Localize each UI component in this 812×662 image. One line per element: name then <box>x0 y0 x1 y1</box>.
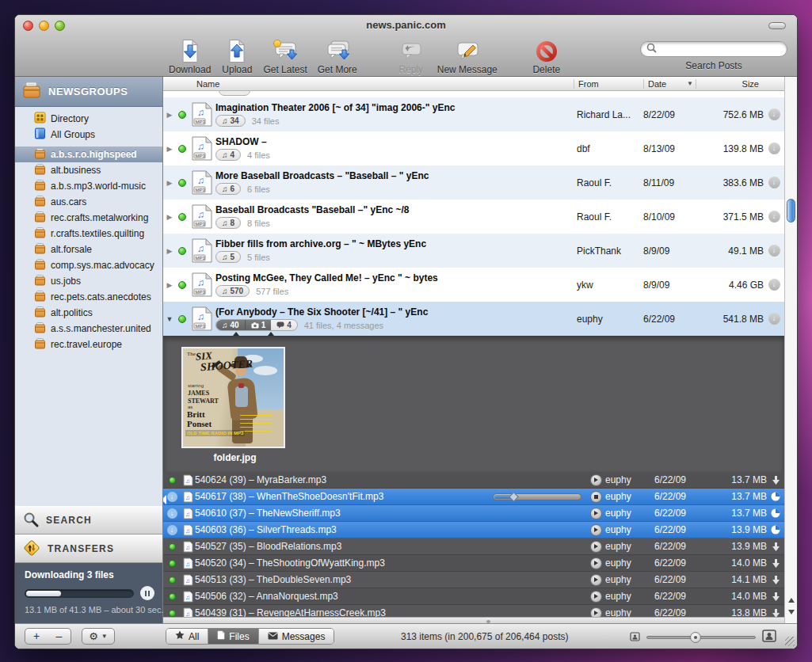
column-header-from[interactable]: From <box>574 79 643 89</box>
pause-transfers-button[interactable] <box>140 586 154 600</box>
play-button[interactable] <box>590 607 602 618</box>
post-row-selected[interactable]: ▼ ♫MP3 (For Anybody – The Six Shooter [~… <box>163 302 784 336</box>
play-button[interactable] <box>590 474 602 486</box>
sidebar-group-item[interactable]: alt.forsale <box>15 242 162 257</box>
file-row[interactable]: ♫ 540527 (35) – BloodRelations.mp3 euphy… <box>163 538 784 555</box>
remove-button[interactable]: – <box>48 628 71 645</box>
play-button[interactable] <box>590 541 602 553</box>
post-row[interactable]: ▶ ♫MP3 More Baseball Broadcasts – "Baseb… <box>163 166 784 200</box>
download-post-button[interactable]: ↓ <box>768 177 780 188</box>
download-post-button[interactable]: ↓ <box>768 313 780 325</box>
play-button[interactable] <box>590 574 602 586</box>
sidebar-group-item[interactable]: a.s.s.manchester.united <box>15 321 162 337</box>
svg-text:MP3: MP3 <box>196 188 206 192</box>
disclosure-triangle-icon[interactable]: ▼ <box>163 315 176 323</box>
titlebar[interactable]: news.panic.com <box>15 15 797 36</box>
download-post-button[interactable]: ↓ <box>768 108 780 120</box>
sidebar-group-item[interactable]: r.crafts.textiles.quilting <box>15 226 162 242</box>
disclosure-triangle-icon[interactable]: ▶ <box>163 111 176 119</box>
search-header-label: SEARCH <box>46 515 92 526</box>
column-header-date[interactable]: Date ▼ <box>643 79 696 89</box>
scroll-up-button[interactable] <box>785 598 797 603</box>
zoom-window-button[interactable] <box>55 21 65 31</box>
get-latest-button[interactable]: Get Latest <box>263 38 307 75</box>
slider-thumb[interactable] <box>509 492 519 502</box>
column-header-size[interactable]: Size <box>696 79 764 89</box>
download-post-button[interactable]: ↓ <box>768 143 780 154</box>
scrollbar-thumb[interactable] <box>787 199 795 223</box>
post-row[interactable]: ▶ ♫MP3 SHADOW – ♫ 4 4 files dbf 8/13/09 … <box>163 131 784 166</box>
newsgroups-section-header[interactable]: NEWSGROUPS <box>15 77 162 107</box>
search-section-header[interactable]: SEARCH <box>15 506 162 535</box>
disclosure-triangle-icon[interactable]: ▶ <box>163 213 176 221</box>
column-header-name[interactable]: Name <box>163 79 574 89</box>
sidebar-group-item[interactable]: rec.pets.cats.anecdotes <box>15 289 162 305</box>
delete-button[interactable]: Delete <box>531 38 562 75</box>
post-from: dbf <box>574 143 643 154</box>
get-more-button[interactable]: Get More <box>318 38 357 75</box>
new-status-dot <box>178 247 186 255</box>
action-menu-button[interactable]: ⚙ ▼ <box>82 628 115 645</box>
download-post-button[interactable]: ↓ <box>768 245 780 257</box>
playback-slider[interactable] <box>493 493 581 500</box>
disclosure-triangle-icon[interactable]: ▶ <box>163 179 176 187</box>
download-post-button[interactable]: ↓ <box>768 279 780 291</box>
filter-messages-button[interactable]: Messages <box>258 629 334 644</box>
vertical-scrollbar[interactable] <box>784 77 797 623</box>
upload-button[interactable]: Upload <box>221 38 253 75</box>
sidebar-group-item[interactable]: aus.cars <box>15 194 162 210</box>
file-row-queued[interactable]: ↓ ♫ 540610 (37) – TheNewSheriff.mp3 euph… <box>163 505 784 522</box>
file-row[interactable]: ♫ 540624 (39) – MyraBarker.mp3 euphy 6/2… <box>163 472 784 489</box>
post-row[interactable]: ▶ ♫MP3 Fibber fills from archive.org – "… <box>163 234 784 268</box>
post-row[interactable]: ▶ ♫MP3 Baseball Broadcasts "Baseball –" … <box>163 200 784 234</box>
minimize-window-button[interactable] <box>39 21 49 31</box>
zoom-slider[interactable] <box>646 636 756 639</box>
file-row[interactable]: ♫ 540513 (33) – TheDoubleSeven.mp3 euphy… <box>163 572 784 588</box>
filter-files-button[interactable]: Files <box>208 629 257 644</box>
sidebar-group-item[interactable]: alt.politics <box>15 305 162 321</box>
post-row[interactable]: ▶ ♫MP3 Imagination Theater 2006 [~ of 34… <box>163 97 784 131</box>
file-row-queued[interactable]: ↓ ♫ 540603 (36) – SilverThreads.mp3 euph… <box>163 522 784 538</box>
filter-all-button[interactable]: All <box>166 629 208 644</box>
play-button[interactable] <box>590 508 602 519</box>
disclosure-triangle-icon[interactable]: ▶ <box>163 145 176 153</box>
add-button[interactable]: + <box>25 628 48 645</box>
sidebar-group-item-selected[interactable]: a.b.s.r.o.highspeed <box>15 146 162 162</box>
play-button[interactable] <box>590 591 602 603</box>
sidebar-group-item[interactable]: rec.crafts.metalworking <box>15 210 162 226</box>
post-row[interactable]: ▶ ♫MP3 Posting McGee, They Called Me! – … <box>163 268 784 302</box>
toolbar-toggle-pill[interactable] <box>768 22 786 29</box>
file-from: euphy <box>605 491 654 502</box>
sidebar-group-item[interactable]: us.jobs <box>15 273 162 289</box>
file-size: 14.0 MB <box>711 591 767 602</box>
sidebar-group-item[interactable]: a.b.s.mp3.world-music <box>15 178 162 194</box>
scroll-down-button[interactable] <box>785 610 797 614</box>
sidebar-group-item[interactable]: comp.sys.mac.advocacy <box>15 257 162 273</box>
close-window-button[interactable] <box>23 21 33 31</box>
sidebar-group-item[interactable]: alt.business <box>15 162 162 178</box>
file-row[interactable]: ♫ 540520 (34) – TheShootingOfWyattKing.m… <box>163 555 784 572</box>
sidebar-item-directory[interactable]: Directory <box>15 111 162 127</box>
sidebar-group-item[interactable]: rec.travel.europe <box>15 337 162 352</box>
sidebar-item-all-groups[interactable]: All Groups <box>15 127 162 143</box>
zoom-slider-knob[interactable] <box>690 632 701 643</box>
list-header: Name From Date ▼ Size <box>163 77 784 91</box>
download-button[interactable]: Download <box>169 38 211 75</box>
file-row[interactable]: ♫ 540506 (32) – AnnaNorquest.mp3 euphy 6… <box>163 588 784 605</box>
folder-jpg-thumbnail[interactable]: The SIX SHOOTER starring JAMES STEWART a… <box>181 347 285 448</box>
file-row[interactable]: ♫ 540439 (31) – RevengeAtHarnessCreek.mp… <box>163 605 784 617</box>
download-post-button[interactable]: ↓ <box>768 211 780 223</box>
file-row-downloading[interactable]: ↓ ♫ 540617 (38) – WhenTheShoeDoesn'tFit.… <box>163 489 784 505</box>
new-message-button[interactable]: New Message <box>437 38 497 75</box>
reply-button[interactable]: Reply <box>395 38 427 75</box>
resize-grip[interactable] <box>785 637 795 646</box>
horizontal-scrollbar[interactable] <box>163 617 784 623</box>
photo-count-badge: 1 <box>245 320 272 330</box>
search-input[interactable] <box>640 41 787 57</box>
play-button[interactable] <box>590 524 602 536</box>
disclosure-triangle-icon[interactable]: ▶ <box>163 281 176 289</box>
disclosure-triangle-icon[interactable]: ▶ <box>163 247 176 255</box>
transfers-section-header[interactable]: TRANSFERS <box>15 535 162 563</box>
play-button[interactable] <box>590 557 602 569</box>
stop-button[interactable] <box>590 491 602 503</box>
